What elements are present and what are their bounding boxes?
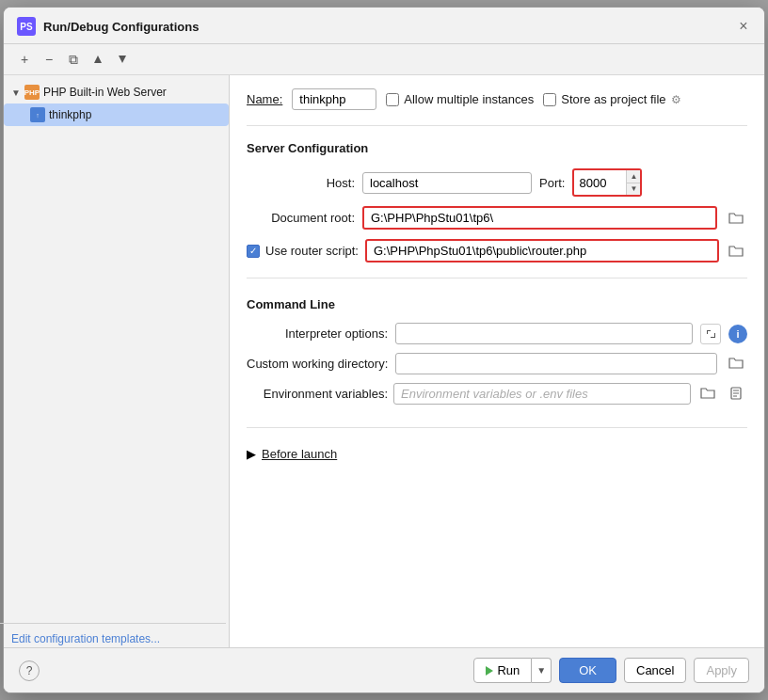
divider-2: [247, 278, 747, 278]
title-bar-left: PS Run/Debug Configurations: [17, 17, 199, 36]
dialog: PS Run/Debug Configurations × + − ⧉ ▼ PH…: [3, 7, 765, 693]
item-icon: ↑: [30, 107, 45, 122]
port-input[interactable]: [574, 173, 626, 193]
port-input-wrapper: ▲ ▼: [572, 168, 642, 197]
cancel-button[interactable]: Cancel: [624, 658, 686, 683]
edit-templates-link[interactable]: Edit configuration templates...: [11, 632, 160, 645]
gear-icon: ⚙: [671, 93, 681, 106]
run-btn-group: Run ▼: [473, 658, 552, 683]
ok-button[interactable]: OK: [559, 658, 616, 683]
interpreter-input[interactable]: [395, 323, 693, 344]
title-bar: PS Run/Debug Configurations ×: [4, 8, 764, 44]
name-label: Name:: [247, 92, 282, 106]
sidebar-item-thinkphp[interactable]: ↑ thinkphp: [4, 103, 229, 126]
router-script-row: ✓ Use router script:: [247, 239, 747, 262]
php-server-icon: PHP: [24, 85, 40, 100]
config-content: Name: Allow multiple instances Store as …: [230, 75, 764, 647]
document-root-row: Document root:: [247, 206, 747, 230]
port-spinners: ▲ ▼: [626, 170, 640, 195]
divider-1: [247, 125, 747, 126]
command-line-section: Command Line Interpreter options: i Cust…: [247, 297, 747, 412]
host-input[interactable]: [362, 172, 532, 194]
divider-3: [247, 427, 747, 428]
before-launch-section: ▶ Before launch: [247, 447, 747, 461]
port-spin-down[interactable]: ▼: [627, 183, 640, 196]
footer: ? Run ▼ OK Cancel Apply: [4, 647, 764, 692]
move-up-button[interactable]: [87, 48, 109, 71]
run-button[interactable]: Run: [473, 658, 532, 683]
info-button[interactable]: i: [728, 325, 747, 343]
sidebar-group: ▼ PHP PHP Built-in Web Server ↑ thinkphp: [4, 79, 229, 128]
env-vars-input[interactable]: [393, 383, 691, 405]
store-as-project-checkbox[interactable]: [543, 93, 556, 106]
custom-dir-row: Custom working directory:: [247, 352, 747, 374]
footer-left: ?: [19, 660, 40, 681]
document-root-label: Document root:: [247, 211, 355, 225]
run-arrow-icon: [486, 666, 493, 676]
custom-dir-input[interactable]: [395, 353, 717, 374]
sidebar-group-label: PHP Built-in Web Server: [43, 86, 167, 99]
chevron-icon: ▼: [11, 88, 21, 98]
document-root-input[interactable]: [362, 206, 717, 230]
dialog-title: Run/Debug Configurations: [43, 20, 199, 34]
custom-dir-folder-btn[interactable]: [725, 352, 747, 374]
host-row: Host: Port: ▲ ▼: [247, 168, 747, 197]
server-config-title: Server Configuration: [247, 141, 747, 155]
close-button[interactable]: ×: [736, 19, 751, 34]
interpreter-row: Interpreter options: i: [247, 323, 747, 344]
host-label: Host:: [247, 176, 355, 190]
copy-button[interactable]: ⧉: [62, 48, 85, 71]
env-file-btn[interactable]: [725, 382, 747, 405]
port-spin-up[interactable]: ▲: [627, 170, 640, 183]
router-folder-btn[interactable]: [725, 240, 747, 262]
sidebar: ▼ PHP PHP Built-in Web Server ↑ thinkphp…: [4, 75, 230, 647]
apply-button[interactable]: Apply: [694, 658, 749, 683]
before-launch-chevron: ▶: [247, 447, 256, 461]
name-row: Name: Allow multiple instances Store as …: [247, 88, 747, 110]
expand-button[interactable]: [700, 324, 721, 344]
before-launch-label: Before launch: [262, 447, 337, 461]
allow-multiple-checkbox[interactable]: [386, 93, 399, 106]
sidebar-group-header[interactable]: ▼ PHP PHP Built-in Web Server: [4, 81, 229, 103]
name-input[interactable]: [292, 88, 376, 110]
footer-right: Run ▼ OK Cancel Apply: [473, 658, 749, 683]
cmd-section-title: Command Line: [247, 297, 747, 311]
env-vars-row: Environment variables:: [247, 382, 747, 405]
toolbar: + − ⧉: [4, 44, 764, 75]
interpreter-label: Interpreter options:: [247, 326, 388, 341]
env-folder-btn[interactable]: [696, 382, 719, 405]
before-launch-header[interactable]: ▶ Before launch: [247, 447, 747, 461]
server-config-section: Server Configuration Host: Port: ▲ ▼: [247, 141, 747, 262]
main-area: ▼ PHP PHP Built-in Web Server ↑ thinkphp…: [4, 75, 764, 647]
router-script-label: Use router script:: [265, 244, 360, 258]
run-dropdown-button[interactable]: ▼: [532, 658, 552, 683]
env-vars-label: Environment variables:: [247, 387, 388, 401]
remove-button[interactable]: −: [38, 48, 60, 71]
app-icon: PS: [17, 17, 36, 36]
add-button[interactable]: +: [13, 48, 36, 71]
store-as-project-label[interactable]: Store as project file ⚙: [543, 92, 680, 106]
allow-multiple-label[interactable]: Allow multiple instances: [386, 92, 534, 106]
help-button[interactable]: ?: [19, 660, 40, 681]
custom-dir-label: Custom working directory:: [247, 357, 388, 371]
sidebar-item-label: thinkphp: [49, 108, 91, 121]
move-down-button[interactable]: [111, 48, 134, 71]
document-root-folder-btn[interactable]: [725, 207, 747, 230]
router-checkbox[interactable]: ✓: [247, 245, 260, 258]
port-label: Port:: [539, 176, 565, 190]
router-script-input[interactable]: [365, 239, 719, 262]
